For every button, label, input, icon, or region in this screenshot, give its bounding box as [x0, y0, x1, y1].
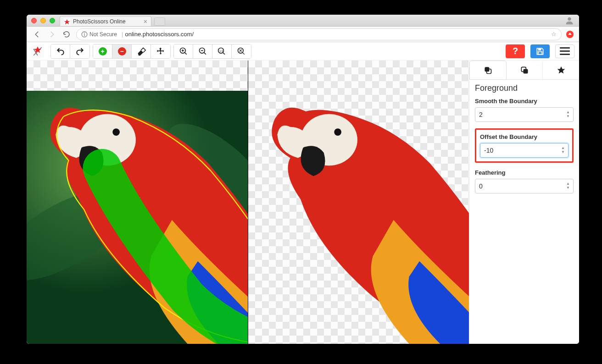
- zoom-actual-button[interactable]: 1:1: [212, 44, 232, 58]
- tab-favicon-icon: [64, 18, 70, 25]
- zoom-in-button[interactable]: [174, 44, 193, 58]
- reload-button[interactable]: [61, 29, 72, 39]
- arrow-right-icon: [48, 30, 56, 39]
- offset-label: Offset the Boundary: [480, 133, 569, 140]
- arrow-left-icon: [33, 30, 41, 39]
- save-icon: [535, 47, 545, 56]
- svg-point-12: [238, 48, 244, 53]
- history-group: [50, 44, 90, 59]
- offset-input[interactable]: [480, 143, 569, 158]
- info-icon: [81, 31, 88, 38]
- zoom-out-button[interactable]: [193, 44, 212, 58]
- window-controls: [31, 18, 55, 23]
- svg-point-10: [218, 48, 223, 53]
- background-marker-button[interactable]: −: [112, 44, 132, 58]
- panel-tab-favorites[interactable]: [543, 61, 579, 79]
- back-button[interactable]: [32, 29, 42, 39]
- svg-rect-14: [538, 51, 542, 54]
- feathering-input-wrap: ▲▼: [475, 179, 574, 193]
- zoom-in-icon: [179, 47, 188, 56]
- svg-rect-13: [538, 48, 541, 50]
- profile-icon[interactable]: [564, 16, 574, 26]
- panel-body: Foreground Smooth the Boundary ▲▼ Offset…: [469, 80, 579, 204]
- zoom-group: 1:1: [173, 44, 251, 59]
- panel-title: Foreground: [475, 83, 574, 93]
- arrow-up-icon: [568, 32, 572, 37]
- svg-point-4: [84, 33, 85, 33]
- eraser-icon: [137, 47, 146, 56]
- url-text: online.photoscissors.com/: [125, 31, 194, 38]
- plus-icon: +: [99, 47, 107, 55]
- svg-point-19: [112, 128, 120, 136]
- undo-icon: [56, 47, 65, 56]
- window-close-button[interactable]: [31, 18, 37, 23]
- stepper-icon[interactable]: ▲▼: [566, 182, 571, 190]
- move-icon: [156, 47, 165, 56]
- smooth-label: Smooth the Boundary: [475, 98, 574, 105]
- workarea: Foreground Smooth the Boundary ▲▼ Offset…: [27, 61, 579, 344]
- marker-group: + −: [93, 44, 171, 59]
- smooth-input[interactable]: [475, 107, 574, 122]
- panel-tab-foreground[interactable]: [469, 61, 507, 80]
- svg-marker-26: [557, 66, 565, 73]
- svg-rect-25: [524, 69, 528, 73]
- zoom-11-icon: 1:1: [217, 47, 227, 56]
- forward-button[interactable]: [47, 29, 57, 39]
- offset-input-wrap: ▲▼: [480, 143, 569, 158]
- zoom-out-icon: [198, 47, 207, 56]
- layers-back-icon: [520, 66, 529, 75]
- address-bar[interactable]: Not Secure | online.photoscissors.com/ ☆: [76, 28, 562, 40]
- foreground-marker-button[interactable]: +: [93, 44, 112, 58]
- separator: |: [122, 31, 123, 38]
- svg-point-21: [334, 128, 341, 136]
- save-button[interactable]: [530, 44, 550, 58]
- tab-strip: PhotoScissors Online ×: [60, 15, 564, 26]
- feathering-input[interactable]: [475, 179, 574, 193]
- extension-icon[interactable]: [566, 31, 574, 38]
- star-icon: [557, 66, 566, 75]
- address-bar-row: Not Secure | online.photoscissors.com/ ☆: [27, 27, 579, 42]
- svg-point-8: [180, 48, 185, 53]
- svg-point-9: [199, 48, 205, 53]
- security-indicator: Not Secure: [81, 31, 117, 38]
- panel-tabs: [469, 61, 579, 80]
- new-tab-button[interactable]: [154, 17, 165, 26]
- offset-highlight: Offset the Boundary ▲▼: [475, 128, 574, 163]
- bookmark-star-icon[interactable]: ☆: [551, 31, 557, 38]
- app-toolbar: + − 1:1 ?: [27, 42, 579, 61]
- result-image: [248, 91, 469, 344]
- stepper-icon[interactable]: ▲▼: [566, 110, 571, 118]
- feathering-label: Feathering: [475, 169, 574, 176]
- stepper-icon[interactable]: ▲▼: [561, 146, 566, 154]
- eraser-button[interactable]: [132, 44, 151, 58]
- source-canvas[interactable]: [27, 61, 248, 344]
- help-button[interactable]: ?: [506, 44, 525, 58]
- menu-button[interactable]: [555, 44, 574, 58]
- minus-icon: −: [118, 47, 126, 55]
- security-label: Not Secure: [89, 31, 117, 38]
- smooth-input-wrap: ▲▼: [475, 107, 574, 122]
- layers-front-icon: [483, 66, 492, 75]
- canvas-area: [27, 61, 469, 344]
- tab-close-icon[interactable]: ×: [144, 18, 147, 25]
- undo-button[interactable]: [51, 44, 70, 58]
- reload-icon: [62, 30, 71, 39]
- browser-tab[interactable]: PhotoScissors Online ×: [60, 16, 151, 26]
- redo-button[interactable]: [70, 44, 89, 58]
- parrot-source-illustration: [27, 91, 248, 344]
- parrot-result-illustration: [248, 91, 469, 344]
- move-button[interactable]: [151, 44, 170, 58]
- hamburger-icon: [560, 47, 570, 49]
- svg-point-2: [568, 17, 571, 20]
- window-maximize-button[interactable]: [50, 18, 55, 23]
- svg-text:1:1: 1:1: [219, 49, 223, 52]
- question-icon: ?: [513, 46, 518, 56]
- redo-icon: [75, 47, 84, 56]
- result-canvas[interactable]: [248, 61, 469, 344]
- panel-tab-background[interactable]: [507, 61, 543, 79]
- zoom-fit-button[interactable]: [232, 44, 251, 58]
- window-minimize-button[interactable]: [40, 18, 46, 23]
- source-image: [27, 91, 248, 344]
- side-panel: Foreground Smooth the Boundary ▲▼ Offset…: [469, 61, 579, 344]
- app-logo-icon: [31, 45, 44, 58]
